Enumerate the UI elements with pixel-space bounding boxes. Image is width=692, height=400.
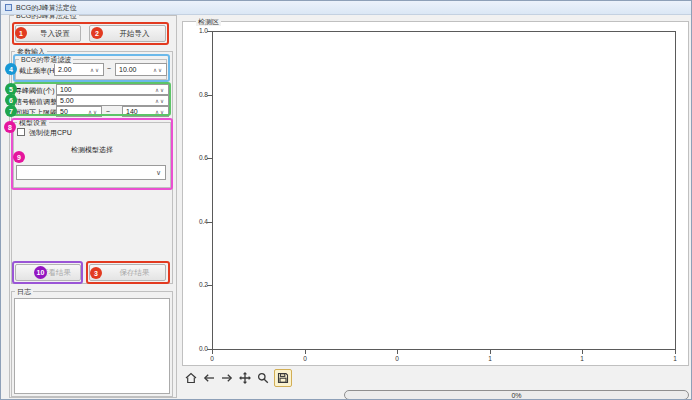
- view-results-button[interactable]: 查看结果: [15, 264, 81, 281]
- annotation-badge-4: 4: [5, 63, 17, 75]
- model-select-label: 检测模型选择: [13, 145, 171, 155]
- peak-threshold-value: 100: [60, 86, 72, 93]
- window-title: BCG的J峰算法定位: [16, 3, 77, 13]
- annotation-badge-1: 1: [15, 27, 27, 39]
- signal-adjust-value: 5.00: [60, 97, 74, 104]
- x-tick-label: 0: [204, 355, 220, 362]
- back-arrow-icon[interactable]: [202, 371, 216, 385]
- interval-high-value: 140: [126, 108, 138, 115]
- x-tick-label: 1: [667, 355, 683, 362]
- spin-up-down-icon[interactable]: ∧∨: [155, 98, 165, 104]
- plot-toolbar: [184, 369, 292, 387]
- x-tick-mark: [212, 350, 213, 354]
- signal-adjust-spinbox[interactable]: 5.00 ∧∨: [56, 95, 169, 106]
- y-tick-label: 0.6: [188, 154, 208, 161]
- detection-area-label: 检测区: [196, 17, 221, 26]
- y-tick-label: 0.8: [188, 91, 208, 98]
- force-cpu-label: 强制使用CPU: [29, 128, 72, 138]
- x-tick-label: 0: [389, 355, 405, 362]
- plot-canvas[interactable]: [212, 31, 676, 350]
- y-tick-mark: [207, 158, 212, 159]
- home-icon[interactable]: [184, 371, 198, 385]
- x-tick-label: 1: [482, 355, 498, 362]
- annotation-badge-2: 2: [91, 27, 103, 39]
- x-tick-label: 1: [574, 355, 590, 362]
- save-icon-highlight: [274, 369, 292, 387]
- cutoff-high-value: 10.00: [119, 66, 137, 73]
- save-results-label: 保存结果: [120, 268, 150, 278]
- interval-low-value: 50: [60, 108, 68, 115]
- annotation-badge-10: 10: [34, 266, 47, 279]
- detection-area-group: 1.0 0.8 0.6 0.4 0.2 0.0 0 0 0 1 1 1: [182, 21, 689, 366]
- force-cpu-checkbox[interactable]: [17, 128, 25, 136]
- cutoff-low-value: 2.00: [58, 66, 72, 73]
- spin-up-down-icon[interactable]: ∧∨: [90, 67, 100, 73]
- import-settings-label: 导入设置: [40, 29, 70, 39]
- pan-icon[interactable]: [238, 371, 252, 385]
- model-select-dropdown[interactable]: ∨: [16, 165, 166, 180]
- x-tick-mark: [397, 350, 398, 354]
- y-tick-mark: [207, 31, 212, 32]
- y-tick-label: 1.0: [188, 27, 208, 34]
- cutoff-low-spinbox[interactable]: 2.00 ∧∨: [54, 63, 104, 76]
- x-tick-mark: [675, 350, 676, 354]
- bandpass-groupbox-label: BCG的带通滤波: [19, 55, 73, 64]
- annotation-badge-9: 9: [13, 151, 25, 163]
- x-tick-label: 0: [297, 355, 313, 362]
- log-groupbox-label: 日志: [15, 287, 33, 296]
- peak-threshold-spinbox[interactable]: 100 ∧∨: [56, 84, 169, 95]
- x-tick-mark: [582, 350, 583, 354]
- spin-up-down-icon[interactable]: ∧∨: [155, 87, 165, 93]
- annotation-badge-8: 8: [4, 121, 16, 133]
- chevron-down-icon: ∨: [156, 169, 161, 177]
- interval-range-separator: ~: [106, 108, 110, 115]
- spin-up-down-icon[interactable]: ∧∨: [155, 109, 165, 115]
- spin-up-down-icon[interactable]: ∧∨: [88, 109, 98, 115]
- titlebar: BCG的J峰算法定位: [1, 1, 691, 15]
- zoom-icon[interactable]: [256, 371, 270, 385]
- app-icon: [5, 4, 12, 11]
- log-textarea[interactable]: [14, 298, 170, 394]
- annotation-badge-7: 7: [5, 105, 17, 117]
- interval-high-spinbox[interactable]: 140 ∧∨: [122, 106, 169, 117]
- forward-arrow-icon[interactable]: [220, 371, 234, 385]
- spin-up-down-icon[interactable]: ∧∨: [153, 67, 163, 73]
- cutoff-range-separator: ~: [107, 65, 111, 72]
- y-tick-mark: [207, 95, 212, 96]
- progress-bar: 0%: [344, 390, 689, 400]
- progress-text: 0%: [511, 392, 521, 399]
- y-tick-label: 0.2: [188, 281, 208, 288]
- y-tick-label: 0.4: [188, 218, 208, 225]
- save-icon[interactable]: [276, 371, 290, 385]
- x-tick-mark: [490, 350, 491, 354]
- y-tick-label: 0.0: [188, 345, 208, 352]
- x-tick-mark: [305, 350, 306, 354]
- y-tick-mark: [207, 222, 212, 223]
- start-import-label: 开始导入: [120, 29, 150, 39]
- y-tick-mark: [207, 285, 212, 286]
- annotation-badge-3: 3: [90, 267, 102, 279]
- peak-threshold-label: 寻峰阈值(个): [15, 86, 55, 96]
- interval-low-spinbox[interactable]: 50 ∧∨: [56, 106, 102, 117]
- model-groupbox-label: 模型设置: [17, 118, 49, 127]
- cutoff-high-spinbox[interactable]: 10.00 ∧∨: [115, 63, 167, 76]
- app-window: BCG的J峰算法定位 – □ × BCG的J峰算法定位 导入设置 开始导入 参数…: [0, 0, 692, 400]
